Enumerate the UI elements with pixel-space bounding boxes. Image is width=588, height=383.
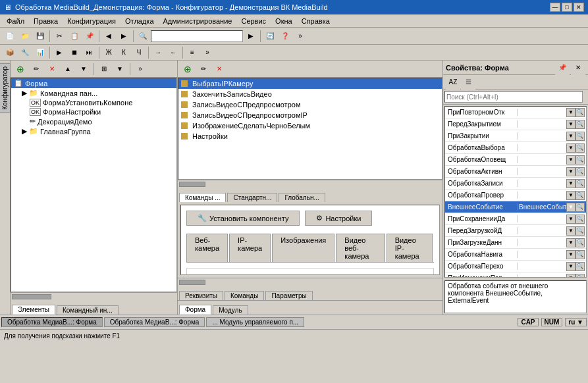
- mp-add-btn[interactable]: ⊕: [180, 62, 195, 76]
- menu-edit[interactable]: Правка: [30, 16, 62, 26]
- menu-configuration[interactable]: Конфигурация: [63, 16, 120, 26]
- mp-tab-global[interactable]: Глобальн...: [279, 193, 325, 202]
- move-up-btn[interactable]: ▲: [61, 62, 75, 76]
- tb-open[interactable]: 📁: [18, 29, 32, 43]
- prop-btn-5[interactable]: ▼: [566, 167, 575, 176]
- tb-go[interactable]: ▶: [244, 29, 258, 43]
- configurator-tab[interactable]: Конфигуратор: [0, 63, 11, 113]
- prop-btn-8[interactable]: ▼: [566, 203, 575, 212]
- prop-search-btn-2[interactable]: 🔍: [575, 132, 585, 141]
- prop-search-btn-6[interactable]: 🔍: [575, 179, 585, 188]
- tb-back[interactable]: ◀: [101, 29, 116, 43]
- props-pin-btn[interactable]: 📌: [555, 61, 570, 75]
- lang-indicator[interactable]: ru ▼: [565, 318, 587, 326]
- tb-outdent[interactable]: ←: [166, 45, 180, 60]
- prop-btn-11[interactable]: ▼: [566, 238, 575, 247]
- tb-ч[interactable]: Ч: [132, 45, 146, 60]
- prop-search-btn-14[interactable]: 🔍: [575, 274, 585, 278]
- prop-search-btn-13[interactable]: 🔍: [575, 262, 585, 271]
- tab-module[interactable]: Модуль: [213, 305, 248, 315]
- tb-more2[interactable]: »: [200, 45, 215, 60]
- taskbar-item-1[interactable]: Обработка МедиаB...: Форма: [104, 317, 205, 327]
- prop-btn-2[interactable]: ▼: [566, 132, 575, 141]
- tree-item-decoration[interactable]: ✏ ДекорацияДемо: [11, 116, 176, 126]
- tree-item-command-panel[interactable]: ▶ 📁 Командная пан...: [11, 88, 176, 98]
- tree-item-forma-settings[interactable]: OK ФормаНастройки: [11, 107, 176, 116]
- props-search-input[interactable]: [444, 91, 583, 103]
- tb-conf2[interactable]: 🔧: [18, 45, 32, 60]
- sort-alpha-btn[interactable]: AZ: [446, 75, 460, 89]
- tb-more[interactable]: »: [293, 29, 307, 43]
- tb-search[interactable]: 🔍: [136, 29, 150, 43]
- prop-btn-6[interactable]: ▼: [566, 179, 575, 188]
- search-input[interactable]: [151, 30, 243, 42]
- menu-administration[interactable]: Администрирование: [159, 16, 236, 26]
- tb-indent[interactable]: →: [151, 45, 165, 60]
- prop-btn-3[interactable]: ▼: [566, 143, 575, 153]
- cmd-item-2[interactable]: ЗаписьВидеоСПредпросмотром: [178, 99, 442, 110]
- table-view-btn[interactable]: ⊞: [97, 62, 111, 76]
- tab-form[interactable]: Форма: [179, 305, 211, 315]
- mp-delete-btn[interactable]: ✕: [212, 62, 227, 76]
- prop-search-btn-3[interactable]: 🔍: [575, 143, 585, 153]
- prop-search-btn-12[interactable]: 🔍: [575, 250, 585, 259]
- cmd-item-0[interactable]: ВыбратьIPКамеру: [178, 78, 442, 89]
- tb-save[interactable]: 💾: [33, 29, 47, 43]
- tb-new[interactable]: 📄: [3, 29, 17, 43]
- tree-item-forma-install[interactable]: OK ФормаУстановитьКомпоне: [11, 98, 176, 107]
- mp-tab-commands[interactable]: Команды ...: [179, 193, 226, 202]
- cmd-item-5[interactable]: Настройки: [178, 131, 442, 141]
- settings-btn[interactable]: ⚙ Настройки: [305, 211, 372, 226]
- form-tab-webcamvideo[interactable]: Видео веб-камера: [336, 234, 385, 262]
- menu-file[interactable]: Файл: [3, 16, 28, 26]
- cmd-item-3[interactable]: ЗаписьВидеоСПредпросмотромIP: [178, 110, 442, 120]
- mp-tab-standard[interactable]: Стандартн...: [227, 193, 277, 202]
- prop-btn-10[interactable]: ▼: [566, 226, 575, 236]
- prop-btn-1[interactable]: ▼: [566, 120, 575, 129]
- prop-btn-4[interactable]: ▼: [566, 155, 575, 165]
- prop-search-btn-9[interactable]: 🔍: [575, 215, 585, 224]
- mp-edit-btn[interactable]: ✏: [196, 62, 211, 76]
- more-btn[interactable]: ▼: [113, 62, 127, 76]
- minimize-button[interactable]: —: [550, 3, 560, 12]
- tb-к[interactable]: К: [117, 45, 131, 60]
- tb-align[interactable]: ≡: [185, 45, 200, 60]
- props-close-btn[interactable]: ✕: [571, 61, 585, 75]
- prop-search-btn-8[interactable]: 🔍: [575, 203, 585, 212]
- rekvizity-tab[interactable]: Реквизиты: [179, 291, 223, 300]
- tree-item-forma[interactable]: 📋 Форма: [11, 78, 176, 88]
- tree-item-main-group[interactable]: ▶ 📁 ГлавнаяГруппа: [11, 126, 176, 136]
- menu-help[interactable]: Справка: [298, 16, 334, 26]
- form-tab-webcam[interactable]: Веб-камера: [186, 234, 228, 262]
- taskbar-item-0[interactable]: Обработка МедиаB...: Форма: [1, 317, 103, 327]
- form-tab-ipcamvideo[interactable]: Видео IP-камера: [387, 234, 433, 262]
- tab-commands[interactable]: Командный ин...: [57, 305, 119, 315]
- tb-forward[interactable]: ▶: [117, 29, 131, 43]
- sort-category-btn[interactable]: ☰: [461, 75, 475, 89]
- commands-bottom-tab[interactable]: Команды: [225, 291, 264, 300]
- form-tab-images[interactable]: Изображения: [272, 234, 334, 262]
- menu-service[interactable]: Сервис: [237, 16, 270, 26]
- prop-search-btn-5[interactable]: 🔍: [575, 167, 585, 176]
- menu-debug[interactable]: Отладка: [121, 16, 157, 26]
- prop-btn-9[interactable]: ▼: [566, 215, 575, 224]
- edit-element-btn[interactable]: ✏: [29, 62, 43, 76]
- prop-btn-14[interactable]: ▼: [566, 274, 575, 278]
- tb-copy[interactable]: 📋: [67, 29, 82, 43]
- move-down-btn[interactable]: ▼: [76, 62, 91, 76]
- tb-refresh[interactable]: 🔄: [263, 29, 277, 43]
- prop-search-btn-1[interactable]: 🔍: [575, 120, 585, 129]
- tb-step[interactable]: ⏭: [82, 45, 97, 60]
- tb-conf3[interactable]: 📊: [33, 45, 47, 60]
- tab-elements[interactable]: Элементы: [12, 305, 55, 315]
- prop-search-btn-10[interactable]: 🔍: [575, 226, 585, 236]
- maximize-button[interactable]: □: [562, 3, 572, 12]
- prop-btn-7[interactable]: ▼: [566, 191, 575, 200]
- params-tab[interactable]: Параметры: [265, 291, 312, 300]
- menu-windows[interactable]: Окна: [271, 16, 296, 26]
- tb-ж[interactable]: Ж: [101, 45, 116, 60]
- tb-paste[interactable]: 📌: [82, 29, 97, 43]
- prop-search-btn-4[interactable]: 🔍: [575, 155, 585, 165]
- add-element-btn[interactable]: ⊕: [13, 62, 28, 76]
- prop-search-btn-11[interactable]: 🔍: [575, 238, 585, 247]
